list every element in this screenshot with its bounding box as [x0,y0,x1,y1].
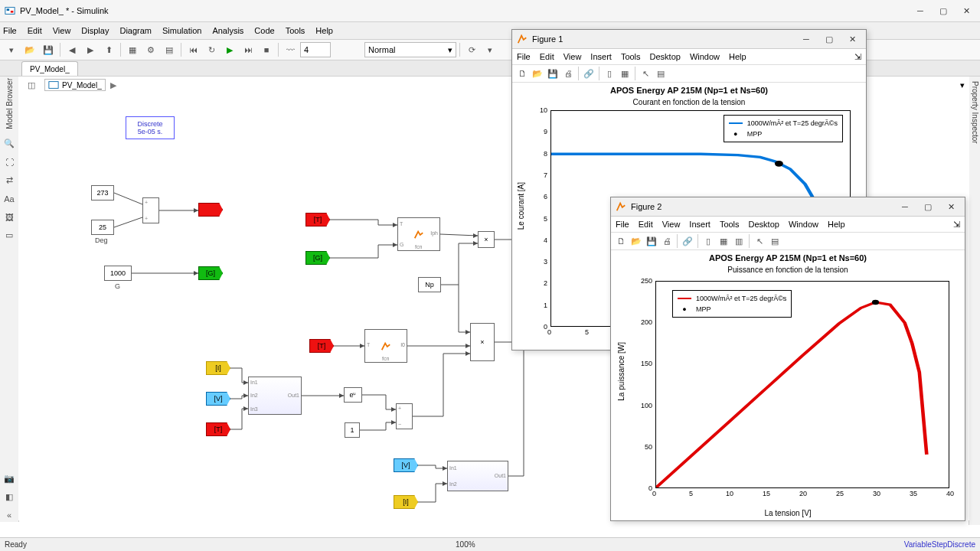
fig2-menu-edit[interactable]: Edit [639,220,653,229]
subsystem1[interactable]: In1 In2 In3 Out1 [248,377,302,415]
model-browser-label[interactable]: Model Browser [5,78,14,129]
fig2-menu-desktop[interactable]: Desktop [749,220,779,229]
menu-analysis[interactable]: Analysis [212,26,243,35]
run-icon[interactable]: ▶ [221,41,238,58]
fig1-maximize-icon[interactable]: ▢ [820,31,838,47]
from-G1[interactable]: [G] [305,251,330,265]
fig2-print-icon[interactable]: 🖨 [660,234,674,248]
log-icon[interactable]: ▤ [161,41,178,58]
fig1-insert-icon[interactable]: ▤ [654,67,668,80]
menu-edit[interactable]: Edit [28,26,42,35]
annotate-icon[interactable]: Aa [2,192,16,206]
menu-tools[interactable]: Tools [286,26,305,35]
fig1-menu-file[interactable]: File [517,52,531,61]
const-25[interactable]: 25 [91,220,114,235]
deploy-icon[interactable]: ▾ [482,41,498,58]
fig2-menu-window[interactable]: Window [789,220,818,229]
screenshot-icon[interactable]: 📷 [2,471,16,485]
fastrestart-icon[interactable]: ⟳ [463,41,480,58]
fig1-menu-view[interactable]: View [564,52,582,61]
goto-G[interactable]: [G] [198,266,223,280]
from-V1[interactable]: [V] [206,392,230,406]
model-tab[interactable]: PV_Model_ [21,61,78,76]
back-icon[interactable]: ◀ [64,41,80,58]
menu-view[interactable]: View [53,26,71,35]
birdseye-icon[interactable]: ◧ [2,490,16,504]
fig2-layout1-icon[interactable]: ▯ [701,234,715,248]
fig1-menu-edit[interactable]: Edit [540,52,554,61]
fig2-layout2-icon[interactable]: ▦ [717,234,730,248]
fit-icon[interactable]: ⛶ [2,155,16,169]
fcn-iph[interactable]: T G Iph fcn [397,217,440,251]
menu-help[interactable]: Help [315,26,333,35]
const-273[interactable]: 273 [91,185,114,201]
maximize-icon[interactable]: ▢ [934,3,952,18]
hide-icon[interactable]: ◫ [23,77,40,93]
fig1-save-icon[interactable]: 💾 [546,67,560,80]
fig2-layout3-icon[interactable]: ▥ [732,234,746,248]
fig1-menu-tools[interactable]: Tools [621,52,641,61]
save-icon[interactable]: 💾 [40,41,57,58]
subsystem2[interactable]: In1 In2 Out1 [447,461,508,491]
step-back-icon[interactable]: ⏮ [185,41,201,58]
fig2-menu-insert[interactable]: Insert [689,220,710,229]
fig2-new-icon[interactable]: 🗋 [614,234,628,248]
fig1-print-icon[interactable]: 🖨 [561,67,575,80]
fig1-titlebar[interactable]: Figure 1 ─ ▢ ✕ [512,30,866,49]
product1[interactable]: × [478,231,495,248]
fig2-titlebar[interactable]: Figure 2 ─ ▢ ✕ [611,197,965,217]
menu-display[interactable]: Display [81,26,109,35]
fig1-new-icon[interactable]: 🗋 [515,67,529,80]
breadcrumb-root[interactable]: PV_Model_ [44,79,106,91]
from-I1[interactable]: [I] [206,361,230,375]
powergui-block[interactable]: Discrete 5e-05 s. [126,116,175,139]
from-T1[interactable]: [T] [305,213,330,227]
from-T3[interactable]: [T] [206,422,230,436]
fig1-layout2-icon[interactable]: ▦ [618,67,632,80]
const-1[interactable]: 1 [345,422,360,438]
fig1-menu-desktop[interactable]: Desktop [650,52,681,61]
fig2-menu-help[interactable]: Help [828,220,845,229]
fcn-i0[interactable]: T I0 fcn [364,329,407,363]
menu-file[interactable]: File [3,26,17,35]
new-icon[interactable]: ▾ [3,41,20,58]
fig1-dock-icon[interactable]: ⇲ [854,52,861,62]
step-forward-icon[interactable]: ⏭ [240,41,256,58]
fig1-layout1-icon[interactable]: ▯ [603,67,616,80]
fig2-insert-icon[interactable]: ▤ [768,234,782,248]
fig1-menu-insert[interactable]: Insert [590,52,612,61]
figure2-window[interactable]: Figure 2 ─ ▢ ✕ File Edit View Insert Too… [610,197,965,521]
image-icon[interactable]: 🖼 [2,210,16,224]
menu-simulation[interactable]: Simulation [162,26,201,35]
config-icon[interactable]: ⚙ [142,41,159,58]
sim-mode-select[interactable]: Normal▾ [364,42,456,57]
menu-diagram[interactable]: Diagram [119,26,152,35]
property-inspector-label[interactable]: Property Inspector [971,81,979,525]
highlight-icon[interactable]: ▭ [2,229,16,243]
sum-block[interactable]: + + [142,197,159,223]
product2[interactable]: × [470,323,495,361]
fig2-close-icon[interactable]: ✕ [942,199,960,214]
const-1000[interactable]: 1000 [104,266,132,281]
breadcrumb-dropdown-icon[interactable]: ▾ [960,80,965,90]
library-icon[interactable]: ▦ [124,41,141,58]
restart-icon[interactable]: ↻ [203,41,220,58]
collapse-icon[interactable]: « [2,508,16,522]
menu-code[interactable]: Code [254,26,274,35]
up-icon[interactable]: ⬆ [100,41,117,58]
subtract-block[interactable]: + − [396,403,413,429]
from-I2[interactable]: [I] [394,495,418,509]
fig2-minimize-icon[interactable]: ─ [896,199,914,214]
const-np[interactable]: Np [418,277,441,292]
zoom-icon[interactable]: 🔍 [2,137,16,151]
from-T2[interactable]: [T] [309,339,334,353]
fig2-menu-file[interactable]: File [616,220,629,229]
fig1-menu-window[interactable]: Window [690,52,720,61]
pan-icon[interactable]: ⇄ [2,174,16,187]
stop-time-field[interactable]: 4 [300,42,331,57]
status-solver[interactable]: VariableStepDiscrete [904,540,975,549]
fig1-close-icon[interactable]: ✕ [843,31,861,47]
close-icon[interactable]: ✕ [957,3,975,18]
exp-block[interactable]: eᵘ [344,387,362,403]
fig2-save-icon[interactable]: 💾 [645,234,658,248]
